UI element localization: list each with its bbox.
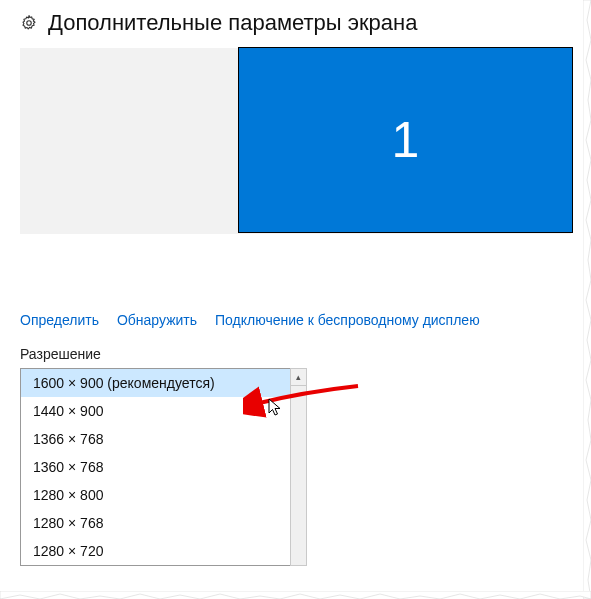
resolution-option[interactable]: 1366 × 768	[21, 425, 290, 453]
identify-link[interactable]: Определить	[20, 312, 99, 328]
scroll-up-icon[interactable]: ▴	[291, 369, 306, 386]
scrollbar[interactable]: ▴	[290, 368, 307, 566]
wireless-link[interactable]: Подключение к беспроводному дисплею	[215, 312, 480, 328]
resolution-label: Разрешение	[20, 346, 571, 362]
header: Дополнительные параметры экрана	[20, 10, 571, 36]
resolution-option[interactable]: 1280 × 720	[21, 537, 290, 565]
detect-link[interactable]: Обнаружить	[117, 312, 197, 328]
resolution-options-list: 1600 × 900 (рекомендуется) 1440 × 900 13…	[20, 368, 290, 566]
resolution-option[interactable]: 1360 × 768	[21, 453, 290, 481]
monitor-number: 1	[392, 111, 420, 169]
svg-point-0	[27, 21, 32, 26]
spacer	[20, 242, 571, 312]
resolution-option[interactable]: 1280 × 800	[21, 481, 290, 509]
gear-icon	[20, 14, 38, 32]
page-title: Дополнительные параметры экрана	[48, 10, 417, 36]
resolution-option[interactable]: 1440 × 900	[21, 397, 290, 425]
display-preview-area: 1	[20, 48, 571, 234]
resolution-dropdown[interactable]: 1600 × 900 (рекомендуется) 1440 × 900 13…	[20, 368, 290, 566]
action-links: Определить Обнаружить Подключение к бесп…	[20, 312, 571, 328]
torn-edge-bottom	[0, 591, 591, 599]
monitor-1[interactable]: 1	[238, 47, 573, 233]
resolution-option[interactable]: 1280 × 768	[21, 509, 290, 537]
resolution-option[interactable]: 1600 × 900 (рекомендуется)	[21, 369, 290, 397]
